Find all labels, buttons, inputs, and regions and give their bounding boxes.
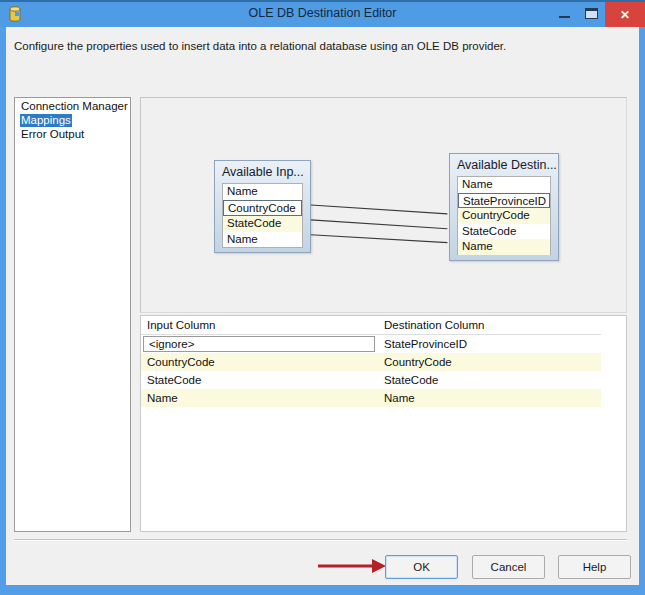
table-row: CountryCode CountryCode bbox=[141, 353, 601, 371]
sidebar-item-connection-manager[interactable]: Connection Manager bbox=[15, 100, 130, 114]
ole-db-destination-editor-window: OLE DB Destination Editor ✕ Configure th… bbox=[0, 0, 645, 595]
destination-cell-stateprovinceid[interactable]: StateProvinceID bbox=[384, 335, 467, 353]
help-button[interactable]: Help bbox=[558, 555, 631, 579]
close-button[interactable]: ✕ bbox=[605, 2, 645, 27]
window-title: OLE DB Destination Editor bbox=[0, 6, 645, 20]
input-cell-name[interactable]: Name bbox=[147, 389, 178, 407]
input-column-header-cell[interactable]: Input Column bbox=[147, 316, 215, 335]
mapping-grid: Input Column Destination Column <ignore>… bbox=[140, 315, 627, 532]
connection-line-statecode[interactable] bbox=[311, 220, 448, 229]
input-column-name[interactable]: Name bbox=[223, 232, 302, 248]
maximize-button[interactable] bbox=[579, 2, 605, 27]
titlebar: OLE DB Destination Editor ✕ bbox=[0, 2, 645, 27]
available-destination-columns-box: Available Destin... Name StateProvinceID… bbox=[449, 153, 559, 261]
destination-cell-statecode[interactable]: StateCode bbox=[384, 371, 438, 389]
table-row: StateCode StateCode bbox=[141, 371, 601, 389]
destination-column-header: Name bbox=[458, 177, 550, 193]
destination-cell-countrycode[interactable]: CountryCode bbox=[384, 353, 452, 371]
annotation-arrow-icon bbox=[316, 557, 388, 575]
connection-line-name[interactable] bbox=[311, 235, 448, 243]
connection-line-countrycode[interactable] bbox=[311, 205, 448, 214]
input-box-list: Name CountryCode StateCode Name bbox=[222, 183, 303, 248]
mapping-grid-header: Input Column Destination Column bbox=[141, 316, 601, 335]
ok-button[interactable]: OK bbox=[385, 555, 458, 579]
input-column-countrycode[interactable]: CountryCode bbox=[223, 200, 302, 216]
input-column-header: Name bbox=[223, 184, 302, 200]
destination-box-title: Available Destin... bbox=[450, 154, 558, 176]
destination-column-statecode[interactable]: StateCode bbox=[458, 224, 550, 240]
destination-cell-name[interactable]: Name bbox=[384, 389, 415, 407]
destination-column-name[interactable]: Name bbox=[458, 239, 550, 255]
table-row: <ignore> StateProvinceID bbox=[141, 335, 601, 353]
input-column-combo-ignore[interactable]: <ignore> bbox=[143, 336, 375, 352]
cancel-button[interactable]: Cancel bbox=[472, 555, 545, 579]
close-icon: ✕ bbox=[620, 8, 630, 22]
page-list: Connection Manager Mappings Error Output bbox=[14, 97, 131, 532]
destination-box-list: Name StateProvinceID CountryCode StateCo… bbox=[457, 176, 551, 255]
destination-column-header-cell[interactable]: Destination Column bbox=[384, 316, 484, 335]
input-column-statecode[interactable]: StateCode bbox=[223, 216, 302, 232]
available-input-columns-box: Available Inp... Name CountryCode StateC… bbox=[214, 160, 311, 253]
sidebar-item-error-output[interactable]: Error Output bbox=[15, 128, 130, 142]
dialog-body: Configure the properties used to insert … bbox=[6, 27, 639, 585]
minimize-button[interactable] bbox=[553, 2, 579, 27]
sidebar-item-mappings[interactable]: Mappings bbox=[15, 114, 130, 128]
input-cell-statecode[interactable]: StateCode bbox=[147, 371, 201, 389]
mapping-diagram-panel: Available Inp... Name CountryCode StateC… bbox=[140, 97, 627, 313]
dialog-description: Configure the properties used to insert … bbox=[14, 40, 631, 52]
destination-column-countrycode[interactable]: CountryCode bbox=[458, 208, 550, 224]
footer-separator bbox=[14, 539, 627, 541]
input-box-title: Available Inp... bbox=[215, 161, 310, 183]
destination-column-stateprovinceid[interactable]: StateProvinceID bbox=[458, 193, 550, 209]
input-cell-countrycode[interactable]: CountryCode bbox=[147, 353, 215, 371]
table-row: Name Name bbox=[141, 389, 601, 407]
minimize-icon bbox=[559, 16, 570, 18]
maximize-icon bbox=[585, 8, 598, 19]
window-controls: ✕ bbox=[553, 2, 645, 27]
